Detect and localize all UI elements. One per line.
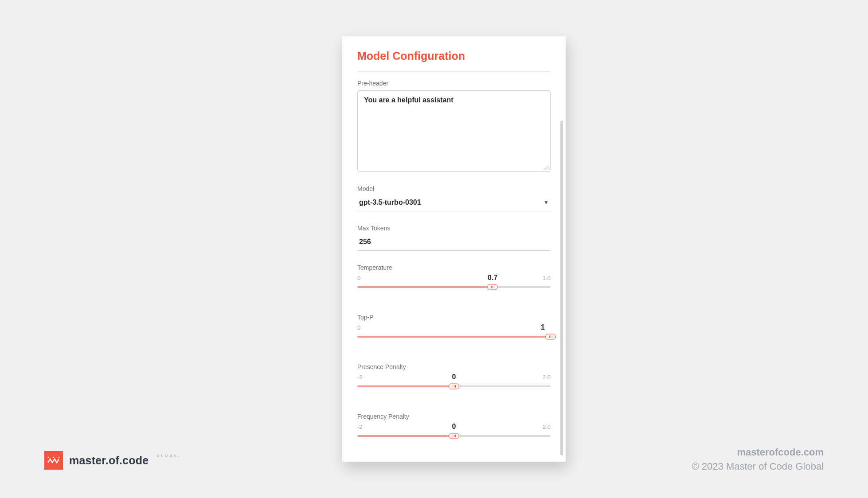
frequency-penalty-slider[interactable] <box>357 435 551 437</box>
top-p-value: 1 <box>541 323 545 331</box>
top-p-slider[interactable] <box>357 336 551 338</box>
presence-penalty-slider[interactable] <box>357 385 551 387</box>
temperature-min: 0 <box>357 275 360 281</box>
frequency-penalty-thumb[interactable] <box>449 433 459 439</box>
brand-logo: master.of.code GLOBAL <box>44 451 181 470</box>
presence-penalty-fill <box>357 385 454 387</box>
frequency-penalty-min: -2 <box>357 424 363 430</box>
frequency-penalty-label: Frequency Penalty <box>357 413 551 420</box>
svg-point-2 <box>48 457 49 458</box>
top-p-fill <box>357 336 551 338</box>
preheader-value: You are a helpful assistant <box>364 96 454 104</box>
brand-text: master.of.code <box>69 454 149 467</box>
maxtokens-label: Max Tokens <box>357 225 551 232</box>
model-label: Model <box>357 185 551 192</box>
brand-subtext: GLOBAL <box>156 454 181 458</box>
top-p-min: 0 <box>357 324 360 331</box>
preheader-label: Pre-header <box>357 80 551 87</box>
svg-point-4 <box>59 457 60 458</box>
temperature-thumb[interactable] <box>487 284 498 290</box>
brand-mark-icon <box>44 451 63 470</box>
panel-title: Model Configuration <box>357 50 551 72</box>
model-value: gpt-3.5-turbo-0301 <box>359 198 421 206</box>
footer-copyright: © 2023 Master of Code Global <box>692 461 824 472</box>
temperature-label: Temperature <box>357 264 551 271</box>
frequency-penalty-value: 0 <box>452 423 456 431</box>
temperature-slider[interactable] <box>357 286 551 288</box>
maxtokens-input[interactable] <box>357 235 551 251</box>
presence-penalty-max: 2.0 <box>543 374 551 381</box>
chevron-down-icon: ▼ <box>543 199 549 206</box>
presence-penalty-value: 0 <box>452 373 456 381</box>
footer-right: masterofcode.com © 2023 Master of Code G… <box>692 447 824 472</box>
model-select[interactable]: gpt-3.5-turbo-0301 ▼ <box>357 196 551 211</box>
presence-penalty-label: Presence Penalty <box>357 363 551 370</box>
resize-handle-icon[interactable] <box>544 165 548 170</box>
svg-point-3 <box>53 457 55 458</box>
temperature-fill <box>357 286 493 288</box>
preheader-textarea[interactable]: You are a helpful assistant <box>357 90 551 172</box>
frequency-penalty-fill <box>357 435 454 437</box>
temperature-max: 1.0 <box>543 275 551 281</box>
presence-penalty-thumb[interactable] <box>449 384 459 389</box>
panel-scrollbar[interactable] <box>560 121 563 455</box>
top-p-thumb[interactable] <box>545 334 556 340</box>
frequency-penalty-max: 2.0 <box>543 424 551 430</box>
footer-url: masterofcode.com <box>692 447 824 458</box>
temperature-value: 0.7 <box>488 274 497 282</box>
presence-penalty-min: -2 <box>357 374 363 381</box>
model-configuration-panel: Model Configuration Pre-header You are a… <box>342 36 566 462</box>
top-p-label: Top-P <box>357 314 551 321</box>
